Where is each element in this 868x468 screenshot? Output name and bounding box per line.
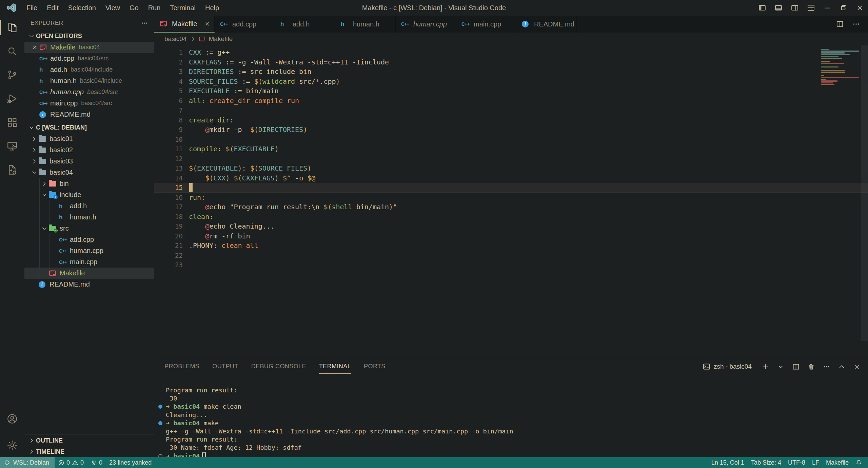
close-button[interactable]	[852, 0, 868, 16]
command-decoration-blue[interactable]	[158, 405, 162, 409]
remote-indicator[interactable]: WSL: Debian	[0, 457, 55, 468]
tree-item-add.cpp[interactable]: C++add.cpp	[24, 234, 154, 245]
open-editor-README.md[interactable]: iREADME.md	[24, 109, 154, 120]
menu-file[interactable]: File	[22, 0, 42, 16]
menu-terminal[interactable]: Terminal	[165, 0, 200, 16]
tree-item-basic03[interactable]: basic03	[24, 156, 154, 167]
split-editor-icon[interactable]	[836, 20, 844, 28]
activitybar-cpp-tools[interactable]	[0, 158, 24, 182]
activitybar-extensions[interactable]	[0, 111, 24, 134]
code-line-8[interactable]: 8create_dir:	[154, 115, 868, 125]
terminal-output[interactable]: Program run result: 30➜ basic04 make cle…	[154, 374, 868, 457]
split-terminal-icon[interactable]	[792, 363, 800, 370]
tab-add.h[interactable]: hadd.h	[275, 16, 335, 33]
activitybar-settings[interactable]	[0, 433, 24, 457]
timeline-section-header[interactable]: TIMELINE	[24, 446, 154, 457]
open-editors-section-header[interactable]: OPEN EDITORS	[24, 31, 154, 42]
tree-item-Makefile[interactable]: Makefile	[24, 268, 154, 279]
tree-item-README.md[interactable]: iREADME.md	[24, 279, 154, 290]
activitybar-explorer[interactable]	[0, 16, 24, 39]
panel-tab-terminal[interactable]: TERMINAL	[319, 359, 351, 374]
tab-main.cpp[interactable]: C++main.cpp	[456, 16, 516, 33]
code-line-22[interactable]: 22	[154, 251, 868, 260]
terminal-dropdown-icon[interactable]	[777, 363, 784, 370]
code-line-20[interactable]: 20 @rm -rf bin	[154, 231, 868, 241]
encoding[interactable]: UTF-8	[785, 459, 809, 466]
tree-item-src[interactable]: </>src	[24, 223, 154, 234]
terminal-title[interactable]: zsh - basic04	[703, 363, 752, 370]
language-mode[interactable]: Makefile	[823, 459, 852, 466]
more-actions-icon[interactable]	[852, 20, 860, 28]
maximize-button[interactable]	[835, 0, 852, 16]
breadcrumb-folder[interactable]: basic04	[164, 35, 187, 43]
minimize-button[interactable]	[819, 0, 835, 16]
open-editor-Makefile[interactable]: Makefilebasic04	[24, 42, 154, 53]
menu-go[interactable]: Go	[125, 0, 143, 16]
close-editor-icon[interactable]	[30, 44, 39, 50]
panel-tab-problems[interactable]: PROBLEMS	[164, 359, 199, 374]
panel-tab-ports[interactable]: PORTS	[364, 359, 386, 374]
customize-layout-icon[interactable]	[803, 0, 819, 16]
code-line-7[interactable]: 7	[154, 105, 868, 115]
code-line-15[interactable]: 15	[154, 183, 868, 193]
menu-view[interactable]: View	[101, 0, 125, 16]
tree-item-human.h[interactable]: hhuman.h	[24, 212, 154, 223]
maximize-panel-icon[interactable]	[838, 363, 845, 370]
code-line-4[interactable]: 4SOURCE_FILES := $(wildcard src/*.cpp)	[154, 77, 868, 86]
open-editor-main.cpp[interactable]: C++main.cppbasic04/src	[24, 98, 154, 109]
code-line-12[interactable]: 12	[154, 154, 868, 164]
notifications-bell[interactable]	[852, 460, 865, 466]
code-line-1[interactable]: 1CXX := g++	[154, 47, 868, 57]
tree-item-include[interactable]: +include	[24, 189, 154, 200]
tree-item-main.cpp[interactable]: C++main.cpp	[24, 256, 154, 268]
code-line-6[interactable]: 6all: create_dir compile run	[154, 96, 868, 106]
tree-item-basic02[interactable]: basic02	[24, 144, 154, 156]
code-line-10[interactable]: 10	[154, 135, 868, 144]
tree-item-human.cpp[interactable]: C++human.cpp	[24, 245, 154, 256]
panel-tab-output[interactable]: OUTPUT	[212, 359, 238, 374]
close-tab-icon[interactable]	[204, 21, 210, 27]
toggle-primary-sidebar-icon[interactable]	[754, 0, 770, 16]
open-editor-add.cpp[interactable]: C++add.cppbasic04/src	[24, 53, 154, 64]
toggle-panel-icon[interactable]	[770, 0, 787, 16]
indentation[interactable]: Tab Size: 4	[748, 459, 785, 466]
menu-selection[interactable]: Selection	[63, 0, 101, 16]
menu-edit[interactable]: Edit	[42, 0, 63, 16]
code-line-16[interactable]: 16run:	[154, 193, 868, 202]
problems-status[interactable]: 0 0	[55, 457, 87, 468]
tab-add.cpp[interactable]: C++add.cpp	[215, 16, 275, 33]
outline-section-header[interactable]: OUTLINE	[24, 435, 154, 446]
command-decoration-blue[interactable]	[158, 421, 162, 425]
activitybar-source-control[interactable]	[0, 63, 24, 87]
tab-Makefile[interactable]: Makefile	[154, 16, 215, 33]
toggle-secondary-sidebar-icon[interactable]	[787, 0, 803, 16]
tree-item-add.h[interactable]: hadd.h	[24, 200, 154, 212]
code-line-11[interactable]: 11compile: $(EXECUTABLE)	[154, 144, 868, 154]
code-line-19[interactable]: 19 @echo Cleaning...	[154, 221, 868, 231]
code-line-14[interactable]: 14 $(CXX) $(CXXFLAGS) $^ -o $@	[154, 173, 868, 183]
panel-more-icon[interactable]	[823, 363, 830, 370]
workspace-section-header[interactable]: C [WSL: DEBIAN]	[24, 122, 154, 133]
code-line-9[interactable]: 9 @mkdir -p $(DIRECTORIES)	[154, 125, 868, 135]
tab-human.cpp[interactable]: C++human.cpp	[396, 16, 456, 33]
activitybar-run-and-debug[interactable]	[0, 87, 24, 111]
code-line-18[interactable]: 18clean:	[154, 212, 868, 222]
activitybar-search[interactable]	[0, 39, 24, 63]
cursor-position[interactable]: Ln 15, Col 1	[708, 459, 748, 466]
close-panel-icon[interactable]	[853, 363, 861, 370]
eol-sequence[interactable]: LF	[809, 459, 823, 466]
code-line-23[interactable]: 23	[154, 260, 868, 270]
activitybar-accounts[interactable]	[0, 407, 24, 431]
activitybar-remote-explorer[interactable]	[0, 134, 24, 158]
code-line-17[interactable]: 17 @echo "Program run result:\n $(shell …	[154, 202, 868, 212]
tree-item-basic01[interactable]: basic01	[24, 133, 154, 144]
code-editor[interactable]: 1CXX := g++2CXXFLAGS := -g -Wall -Wextra…	[154, 45, 868, 359]
code-line-5[interactable]: 5EXECUTABLE := bin/main	[154, 86, 868, 96]
editor-scrollbar[interactable]	[861, 45, 868, 341]
breadcrumb-file[interactable]: Makefile	[209, 35, 233, 43]
menu-help[interactable]: Help	[200, 0, 224, 16]
menu-run[interactable]: Run	[143, 0, 165, 16]
kill-terminal-icon[interactable]	[808, 363, 815, 370]
code-line-3[interactable]: 3DIRECTORIES := src include bin	[154, 67, 868, 77]
tab-README.md[interactable]: iREADME.md	[516, 16, 577, 33]
